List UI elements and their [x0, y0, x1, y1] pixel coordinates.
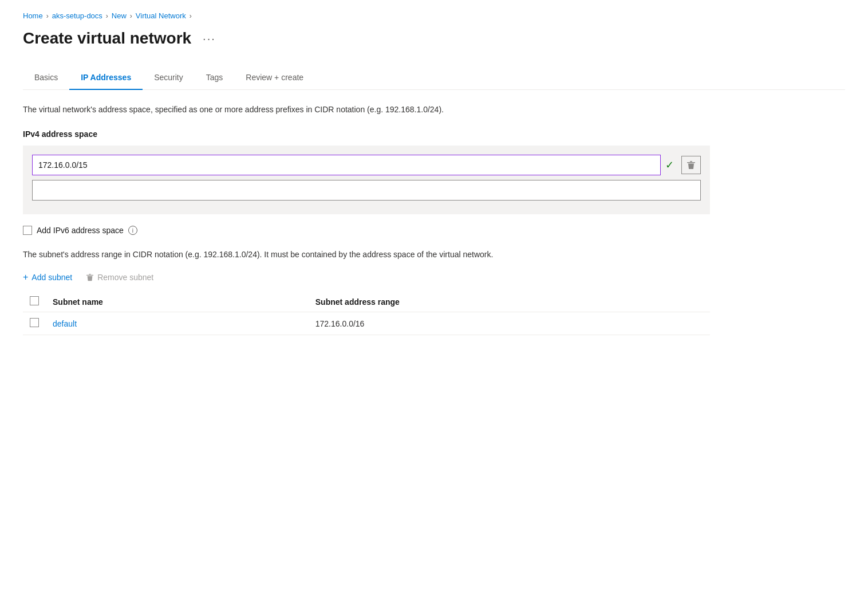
breadcrumb-aks[interactable]: aks-setup-docs — [52, 11, 102, 20]
svg-rect-3 — [86, 275, 93, 276]
trash-icon — [686, 160, 696, 170]
tab-ip-addresses[interactable]: IP Addresses — [69, 66, 143, 90]
svg-rect-2 — [89, 274, 91, 274]
select-all-checkbox[interactable] — [30, 296, 39, 305]
th-subnet-name: Subnet name — [46, 292, 309, 312]
plus-icon: + — [23, 272, 28, 282]
subnet-name-link[interactable]: default — [53, 319, 77, 328]
more-options-button[interactable]: ··· — [198, 30, 220, 48]
subnet-description: The subnet's address range in CIDR notat… — [23, 249, 538, 261]
valid-icon: ✓ — [665, 159, 677, 171]
row-checkbox[interactable] — [30, 318, 39, 327]
address-space-container: ✓ — [23, 146, 710, 214]
subnet-table-header: Subnet name Subnet address range — [23, 292, 710, 312]
breadcrumb-home[interactable]: Home — [23, 11, 43, 20]
page-header: Create virtual network ··· — [23, 29, 845, 48]
remove-subnet-label: Remove subnet — [97, 273, 153, 282]
breadcrumb-vnet[interactable]: Virtual Network — [136, 11, 186, 20]
tab-security[interactable]: Security — [143, 66, 195, 90]
svg-rect-0 — [690, 161, 692, 162]
add-subnet-button[interactable]: + Add subnet — [23, 272, 72, 282]
address-space-description: The virtual network's address space, spe… — [23, 104, 538, 116]
page-title: Create virtual network — [23, 29, 191, 48]
th-subnet-range: Subnet address range — [309, 292, 710, 312]
address-input-row-2 — [32, 180, 701, 201]
tab-review-create[interactable]: Review + create — [234, 66, 315, 90]
ipv6-info-icon: i — [128, 226, 137, 235]
address-input-1[interactable] — [32, 155, 661, 175]
ipv6-checkbox-row: Add IPv6 address space i — [23, 226, 845, 235]
breadcrumb: Home › aks-setup-docs › New › Virtual Ne… — [23, 11, 845, 20]
ipv6-checkbox-label[interactable]: Add IPv6 address space — [37, 226, 124, 235]
subnet-table: Subnet name Subnet address range default… — [23, 292, 710, 335]
ipv6-checkbox[interactable] — [23, 226, 32, 235]
ipv4-section-label: IPv4 address space — [23, 129, 845, 139]
subnet-actions: + Add subnet Remove subnet — [23, 272, 845, 282]
delete-address-button-1[interactable] — [681, 156, 701, 174]
svg-rect-1 — [687, 162, 695, 163]
subnet-range-cell: 172.16.0.0/16 — [309, 312, 710, 335]
add-subnet-label: Add subnet — [31, 273, 72, 282]
row-checkbox-cell — [23, 312, 46, 335]
address-input-2[interactable] — [32, 180, 701, 201]
table-row: default 172.16.0.0/16 — [23, 312, 710, 335]
breadcrumb-new[interactable]: New — [112, 11, 127, 20]
tab-tags[interactable]: Tags — [195, 66, 235, 90]
remove-subnet-button[interactable]: Remove subnet — [86, 273, 153, 282]
subnet-name-cell: default — [46, 312, 309, 335]
tab-basics[interactable]: Basics — [23, 66, 69, 90]
address-input-row-1: ✓ — [32, 155, 701, 175]
th-select-all — [23, 292, 46, 312]
remove-trash-icon — [86, 273, 94, 281]
tab-bar: Basics IP Addresses Security Tags Review… — [23, 66, 845, 90]
